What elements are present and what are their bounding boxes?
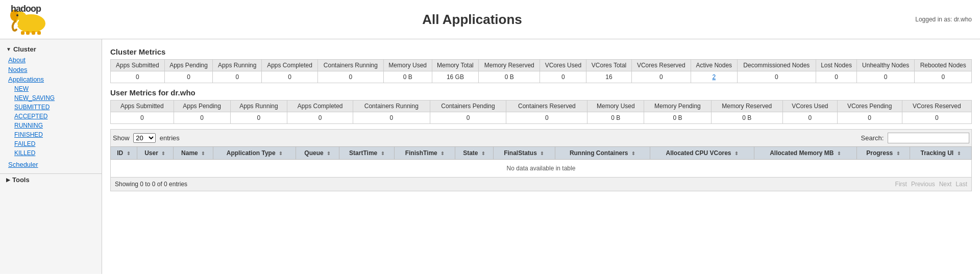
cluster-metrics-val-3: 0: [262, 71, 318, 83]
sort-icon: ⇕: [734, 151, 739, 156]
data-table-col-5[interactable]: StartTime ⇕: [339, 147, 395, 160]
user-metrics-val-5: 0: [430, 112, 506, 124]
entries-label: entries: [160, 134, 180, 142]
cluster-metrics-val-6: 16 GB: [432, 71, 479, 83]
cluster-metrics-title: Cluster Metrics: [110, 47, 972, 56]
show-entries-control: Show 10 20 50 100 entries: [113, 133, 180, 143]
data-table-col-6[interactable]: FinishTime ⇕: [395, 147, 455, 160]
sidebar-item-new[interactable]: NEW: [0, 84, 102, 93]
cluster-metrics-col-5: Memory Used: [383, 60, 432, 71]
cluster-metrics-table: Apps SubmittedApps PendingApps RunningAp…: [110, 59, 972, 83]
showing-text: Showing 0 to 0 of 0 entries: [115, 181, 187, 188]
cluster-metrics-val-2: 0: [213, 71, 262, 83]
user-metrics-val-0: 0: [111, 112, 174, 124]
cluster-label: Cluster: [13, 45, 36, 53]
cluster-metrics-val-11: 2: [691, 71, 737, 83]
sidebar-item-accepted[interactable]: ACCEPTED: [0, 112, 102, 121]
cluster-metrics-val-10: 0: [631, 71, 691, 83]
data-table-col-10[interactable]: Allocated CPU VCores ⇕: [650, 147, 754, 160]
data-table-col-8[interactable]: FinalStatus ⇕: [493, 147, 555, 160]
user-metrics-col-3: Apps Completed: [287, 100, 353, 112]
cluster-metrics-col-6: Memory Total: [432, 60, 479, 71]
sort-icon: ⇕: [201, 151, 205, 156]
data-table-col-12[interactable]: Progress ⇕: [856, 147, 910, 160]
sort-icon: ⇕: [896, 151, 900, 156]
data-table-col-9[interactable]: Running Containers ⇕: [555, 147, 650, 160]
user-metrics-col-5: Containers Pending: [430, 100, 506, 112]
active-nodes-link[interactable]: 2: [712, 73, 716, 81]
user-metrics-val-2: 0: [230, 112, 287, 124]
data-table-col-2[interactable]: Name ⇕: [173, 147, 213, 160]
user-metrics-col-10: VCores Used: [782, 100, 837, 112]
user-metrics-col-2: Apps Running: [230, 100, 287, 112]
cluster-metrics-val-7: 0 B: [479, 71, 540, 83]
sort-icon: ⇕: [631, 151, 635, 156]
cluster-metrics-val-5: 0 B: [383, 71, 432, 83]
cluster-metrics-col-13: Lost Nodes: [816, 60, 857, 71]
sort-icon: ⇕: [957, 151, 961, 156]
first-button[interactable]: First: [895, 181, 907, 188]
next-button[interactable]: Next: [939, 181, 952, 188]
sidebar-item-killed[interactable]: KILLED: [0, 148, 102, 158]
sidebar-item-running[interactable]: RUNNING: [0, 121, 102, 130]
tools-toggle[interactable]: ▶ Tools: [0, 173, 102, 186]
user-metrics-val-6: 0: [506, 112, 587, 124]
cluster-metrics-col-3: Apps Completed: [262, 60, 318, 71]
sidebar-item-nodes[interactable]: Nodes: [0, 65, 102, 74]
user-metrics-val-9: 0 B: [711, 112, 782, 124]
sidebar-item-about[interactable]: About: [0, 55, 102, 65]
data-table-col-3[interactable]: Application Type ⇕: [213, 147, 296, 160]
data-table-col-0[interactable]: ID ⇕: [111, 147, 137, 160]
cluster-metrics-col-4: Containers Running: [318, 60, 384, 71]
sidebar-item-submitted[interactable]: SUBMITTED: [0, 103, 102, 112]
cluster-toggle[interactable]: ▼ Cluster: [0, 43, 102, 55]
sidebar-item-applications[interactable]: Applications: [0, 74, 102, 84]
user-metrics-col-0: Apps Submitted: [111, 100, 174, 112]
previous-button[interactable]: Previous: [911, 181, 935, 188]
cluster-section: ▼ Cluster About Nodes Applications NEW N…: [0, 43, 102, 169]
tools-section: ▶ Tools: [0, 173, 102, 186]
user-metrics-val-11: 0: [837, 112, 902, 124]
footer-navigation: First Previous Next Last: [895, 181, 967, 188]
cluster-metrics-col-9: VCores Total: [586, 60, 631, 71]
svg-rect-4: [21, 31, 24, 35]
user-metrics-table: Apps SubmittedApps PendingApps RunningAp…: [110, 100, 972, 124]
cluster-metrics-col-1: Apps Pending: [164, 60, 213, 71]
data-table-col-7[interactable]: State ⇕: [455, 147, 493, 160]
tools-arrow-icon: ▶: [6, 177, 10, 183]
sidebar-item-failed[interactable]: FAILED: [0, 139, 102, 148]
user-metrics-val-3: 0: [287, 112, 353, 124]
sort-icon: ⇕: [837, 151, 841, 156]
sort-icon: ⇕: [440, 151, 445, 156]
data-table-col-1[interactable]: User ⇕: [137, 147, 173, 160]
cluster-metrics-col-0: Apps Submitted: [111, 60, 165, 71]
user-metrics-val-12: 0: [902, 112, 971, 124]
sort-icon: ⇕: [327, 151, 331, 156]
cluster-metrics-val-8: 0: [540, 71, 586, 83]
user-metrics-val-1: 0: [174, 112, 230, 124]
data-table-col-13[interactable]: Tracking UI ⇕: [910, 147, 972, 160]
sidebar-item-scheduler[interactable]: Scheduler: [0, 160, 102, 169]
user-metrics-col-4: Containers Running: [353, 100, 430, 112]
table-footer: Showing 0 to 0 of 0 entries First Previo…: [110, 178, 972, 191]
cluster-metrics-col-7: Memory Reserved: [479, 60, 540, 71]
tools-label: Tools: [12, 176, 30, 184]
svg-rect-7: [37, 31, 41, 35]
user-metrics-col-1: Apps Pending: [174, 100, 230, 112]
cluster-arrow-icon: ▼: [6, 46, 11, 52]
sidebar-item-new-saving[interactable]: NEW_SAVING: [0, 93, 102, 103]
cluster-metrics-val-13: 0: [816, 71, 857, 83]
user-metrics-val-10: 0: [782, 112, 837, 124]
cluster-metrics-val-0: 0: [111, 71, 165, 83]
data-table-col-4[interactable]: Queue ⇕: [296, 147, 339, 160]
sidebar-item-finished[interactable]: FINISHED: [0, 130, 102, 139]
hadoop-logo-icon: hadoop: [8, 4, 54, 35]
last-button[interactable]: Last: [955, 181, 967, 188]
header: hadoop All Applications Logged in as: dr…: [0, 0, 980, 39]
data-table-col-11[interactable]: Allocated Memory MB ⇕: [754, 147, 857, 160]
cluster-metrics-val-9: 16: [586, 71, 631, 83]
cluster-metrics-val-12: 0: [737, 71, 816, 83]
show-label: Show: [113, 134, 130, 142]
entries-select[interactable]: 10 20 50 100: [133, 133, 156, 143]
search-input[interactable]: [888, 133, 969, 143]
